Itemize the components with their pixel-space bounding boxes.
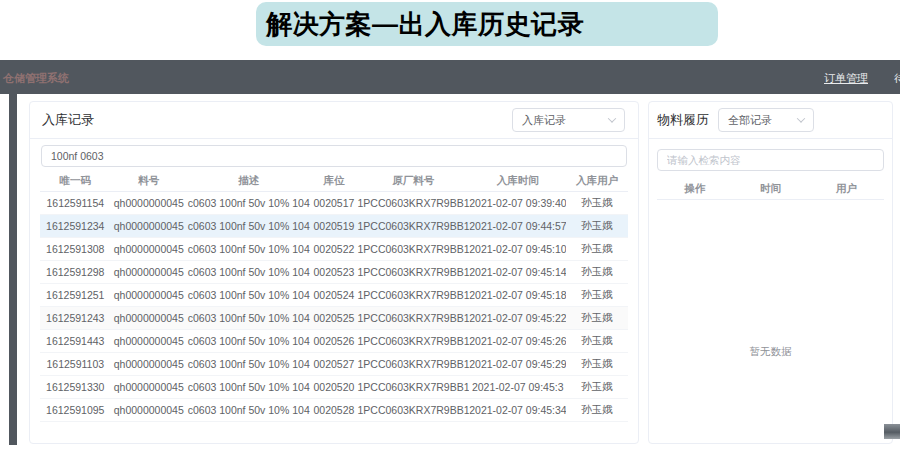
- table-cell: qh0000000045: [111, 289, 187, 301]
- table-cell: 2021-02-07 09:45:22: [469, 312, 566, 324]
- table-cell: 2021-02-07 09:45:14: [469, 266, 566, 278]
- table-cell: 1612591243: [40, 312, 111, 324]
- history-type-select[interactable]: 全部记录: [718, 108, 814, 132]
- table-cell: c0603 100nf 50v 10% 104: [187, 381, 310, 393]
- history-type-select-value: 全部记录: [728, 113, 772, 128]
- table-row[interactable]: 1612591298qh0000000045c0603 100nf 50v 10…: [40, 261, 628, 284]
- table-cell: c0603 100nf 50v 10% 104: [187, 404, 310, 416]
- table-cell: c0603 100nf 50v 10% 104: [187, 289, 310, 301]
- column-header: 料号: [111, 174, 187, 188]
- table-cell: 1PCC0603KRX7R9BB104: [357, 197, 469, 209]
- chevron-down-icon: [797, 114, 805, 122]
- history-panel-header: 物料履历 全部记录: [649, 102, 892, 139]
- history-search-input[interactable]: [657, 149, 884, 171]
- table-cell: qh0000000045: [111, 358, 187, 370]
- column-header: 时间: [733, 182, 809, 196]
- chevron-down-icon: [608, 114, 616, 122]
- inbound-search-area: [30, 139, 638, 170]
- column-header: 用户: [808, 182, 884, 196]
- table-cell: 1612591330: [40, 381, 111, 393]
- nav-item-cutoff[interactable]: 待: [894, 71, 900, 86]
- app-brand-title: 仓储管理系统: [3, 71, 69, 86]
- table-cell: 2021-02-07 09:45:10: [469, 243, 566, 255]
- title-banner: 解决方案—出入库历史记录: [256, 2, 718, 46]
- table-cell: 2021-02-07 09:45:3: [469, 381, 566, 393]
- table-cell: 2021-02-07 09:45:26: [469, 335, 566, 347]
- table-cell: 1612591095: [40, 404, 111, 416]
- table-cell: 0020527: [310, 358, 357, 370]
- inbound-records-panel: 入库记录 入库记录 唯一码料号描述库位原厂料号入库时间入库用户 16125911…: [29, 101, 639, 444]
- table-row[interactable]: 1612591443qh0000000045c0603 100nf 50v 10…: [40, 330, 628, 353]
- table-cell: 孙玉娥: [566, 403, 628, 417]
- table-cell: 0020523: [310, 266, 357, 278]
- page-title: 解决方案—出入库历史记录: [266, 7, 584, 42]
- table-cell: qh0000000045: [111, 381, 187, 393]
- table-cell: 孙玉娥: [566, 334, 628, 348]
- column-header: 原厂料号: [357, 174, 469, 188]
- table-cell: 1PCC0603KRX7R9BB104: [357, 335, 469, 347]
- table-cell: 1612591234: [40, 220, 111, 232]
- column-header: 操作: [657, 182, 733, 196]
- table-cell: c0603 100nf 50v 10% 104: [187, 312, 310, 324]
- table-cell: 0020519: [310, 220, 357, 232]
- table-row[interactable]: 1612591251qh0000000045c0603 100nf 50v 10…: [40, 284, 628, 307]
- inbound-panel-header: 入库记录 入库记录: [30, 102, 638, 139]
- record-type-select-value: 入库记录: [522, 113, 566, 128]
- inbound-table: 唯一码料号描述库位原厂料号入库时间入库用户 1612591154qh000000…: [40, 170, 628, 422]
- table-row[interactable]: 1612591243qh0000000045c0603 100nf 50v 10…: [40, 307, 628, 330]
- table-cell: 孙玉娥: [566, 265, 628, 279]
- table-cell: qh0000000045: [111, 312, 187, 324]
- table-cell: 1PCC0603KRX7R9BB104: [357, 220, 469, 232]
- table-cell: 2021-02-07 09:45:29: [469, 358, 566, 370]
- column-header: 库位: [310, 174, 357, 188]
- table-cell: 1612591443: [40, 335, 111, 347]
- record-type-select[interactable]: 入库记录: [512, 108, 625, 132]
- table-cell: 孙玉娥: [566, 288, 628, 302]
- table-cell: qh0000000045: [111, 220, 187, 232]
- table-cell: 孙玉娥: [566, 380, 628, 394]
- inbound-search-input[interactable]: [41, 145, 627, 167]
- column-header: 入库用户: [566, 174, 628, 188]
- history-table: 操作时间用户: [657, 178, 884, 200]
- history-panel-title: 物料履历: [657, 111, 709, 129]
- inbound-table-body: 1612591154qh0000000045c0603 100nf 50v 10…: [40, 192, 628, 422]
- scrollbar-thumb[interactable]: [884, 424, 900, 439]
- table-row[interactable]: 1612591103qh0000000045c0603 100nf 50v 10…: [40, 353, 628, 376]
- table-cell: 1PCC0603KRX7R9BB104: [357, 243, 469, 255]
- column-header: 描述: [187, 174, 310, 188]
- table-cell: 2021-02-07 09:45:18: [469, 289, 566, 301]
- table-cell: c0603 100nf 50v 10% 104: [187, 266, 310, 278]
- table-cell: 1612591298: [40, 266, 111, 278]
- history-table-header-row: 操作时间用户: [657, 178, 884, 200]
- table-cell: qh0000000045: [111, 197, 187, 209]
- inbound-table-header-row: 唯一码料号描述库位原厂料号入库时间入库用户: [40, 170, 628, 192]
- table-cell: 1PCC0603KRX7R9BB104: [357, 358, 469, 370]
- table-cell: 孙玉娥: [566, 196, 628, 210]
- table-row[interactable]: 1612591308qh0000000045c0603 100nf 50v 10…: [40, 238, 628, 261]
- table-cell: 孙玉娥: [566, 311, 628, 325]
- table-cell: 2021-02-07 09:39:40: [469, 197, 566, 209]
- table-row[interactable]: 1612591234qh0000000045c0603 100nf 50v 10…: [40, 215, 628, 238]
- table-row[interactable]: 1612591154qh0000000045c0603 100nf 50v 10…: [40, 192, 628, 215]
- table-cell: 0020525: [310, 312, 357, 324]
- table-cell: 1PCC0603KRX7R9BB104: [357, 289, 469, 301]
- table-cell: 1PCC0603KRX7R9BB104: [357, 381, 469, 393]
- nav-item-order-management[interactable]: 订单管理: [824, 71, 868, 86]
- empty-state-text: 暂无数据: [649, 345, 892, 359]
- table-cell: 孙玉娥: [566, 219, 628, 233]
- table-cell: 1612591251: [40, 289, 111, 301]
- history-search-area: [649, 139, 892, 171]
- table-cell: c0603 100nf 50v 10% 104: [187, 243, 310, 255]
- table-row[interactable]: 1612591330qh0000000045c0603 100nf 50v 10…: [40, 376, 628, 399]
- table-cell: 1PCC0603KRX7R9BB104: [357, 266, 469, 278]
- table-cell: 1PCC0603KRX7R9BB104: [357, 404, 469, 416]
- table-cell: 0020526: [310, 335, 357, 347]
- table-cell: 孙玉娥: [566, 242, 628, 256]
- sidebar-sliver: [9, 94, 17, 445]
- table-cell: 0020528: [310, 404, 357, 416]
- table-cell: c0603 100nf 50v 10% 104: [187, 358, 310, 370]
- table-cell: 0020520: [310, 381, 357, 393]
- table-cell: c0603 100nf 50v 10% 104: [187, 335, 310, 347]
- table-cell: 1612591308: [40, 243, 111, 255]
- table-row[interactable]: 1612591095qh0000000045c0603 100nf 50v 10…: [40, 399, 628, 422]
